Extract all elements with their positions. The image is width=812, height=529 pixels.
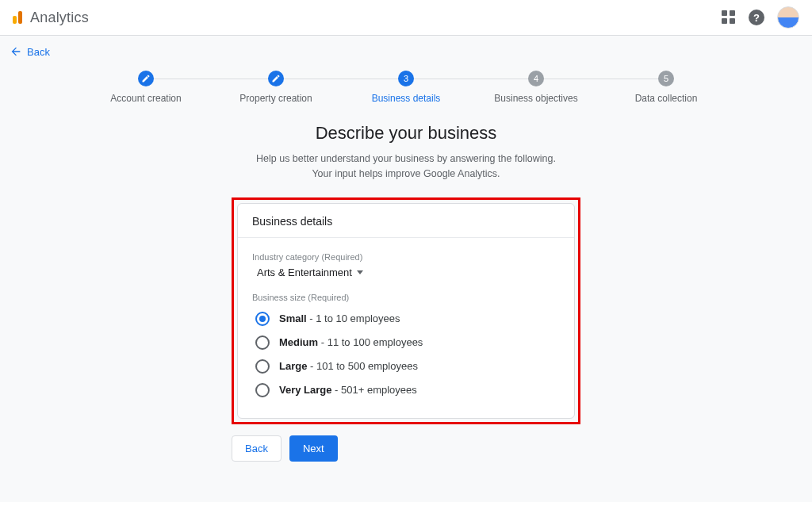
size-option-small[interactable]: Small - 1 to 10 employees: [252, 307, 560, 331]
business-size-label: Business size (Required): [252, 293, 560, 302]
page-subtitle-2: Your input helps improve Google Analytic…: [232, 167, 580, 182]
app-name: Analytics: [30, 10, 89, 26]
step-circle: 3: [398, 71, 414, 86]
back-button[interactable]: Back: [232, 435, 282, 462]
step-account-creation[interactable]: Account creation: [81, 71, 211, 104]
pencil-icon: [271, 74, 281, 83]
step-label: Property creation: [239, 93, 312, 104]
size-option-text: Large - 101 to 500 employees: [279, 360, 418, 372]
business-details-card: Business details Industry category (Requ…: [237, 203, 575, 419]
step-data-collection[interactable]: 5 Data collection: [601, 71, 731, 104]
app-header: Analytics ?: [0, 0, 812, 36]
page-subtitle-1: Help us better understand your business …: [232, 151, 580, 167]
analytics-logo-icon: [13, 11, 22, 24]
arrow-left-icon: [10, 45, 22, 58]
header-left: Analytics: [13, 10, 89, 26]
wizard-actions: Back Next: [232, 435, 580, 462]
size-option-text: Medium - 11 to 100 employees: [279, 336, 423, 348]
step-property-creation[interactable]: Property creation: [211, 71, 341, 104]
size-option-large[interactable]: Large - 101 to 500 employees: [252, 355, 560, 378]
step-circle: 4: [528, 71, 544, 86]
back-link-label: Back: [27, 46, 50, 58]
radio-icon: [255, 383, 270, 397]
step-circle: [138, 71, 154, 86]
content-area: Back Account creation Property creation …: [0, 36, 812, 502]
radio-icon: [255, 335, 270, 350]
progress-stepper: Account creation Property creation 3 Bus…: [81, 71, 731, 104]
user-avatar[interactable]: [777, 6, 799, 29]
card-body: Industry category (Required) Arts & Ente…: [238, 238, 574, 418]
next-button[interactable]: Next: [289, 435, 338, 462]
step-label: Business objectives: [494, 93, 577, 104]
radio-icon: [255, 359, 270, 374]
pencil-icon: [141, 74, 151, 83]
step-circle: 5: [658, 71, 674, 86]
step-circle: [268, 71, 284, 86]
highlight-box: Business details Industry category (Requ…: [232, 197, 580, 424]
apps-grid-icon[interactable]: [722, 10, 736, 25]
step-label: Business details: [372, 93, 441, 104]
size-option-text: Very Large - 501+ employees: [279, 384, 417, 396]
industry-select[interactable]: Arts & Entertainment: [252, 266, 560, 278]
back-link[interactable]: Back: [0, 39, 812, 64]
step-label: Data collection: [635, 93, 698, 104]
radio-icon: [255, 312, 270, 326]
size-option-medium[interactable]: Medium - 11 to 100 employees: [252, 331, 560, 355]
step-label: Account creation: [110, 93, 181, 104]
size-option-text: Small - 1 to 10 employees: [279, 312, 400, 324]
help-icon[interactable]: ?: [749, 10, 764, 25]
chevron-down-icon: [357, 270, 363, 274]
step-business-objectives[interactable]: 4 Business objectives: [471, 71, 601, 104]
industry-label: Industry category (Required): [252, 252, 560, 262]
step-business-details[interactable]: 3 Business details: [341, 71, 471, 104]
page-title: Describe your business: [232, 123, 580, 144]
card-title: Business details: [238, 204, 574, 238]
header-right: ?: [722, 6, 799, 29]
industry-value: Arts & Entertainment: [257, 266, 352, 278]
size-option-very-large[interactable]: Very Large - 501+ employees: [252, 378, 560, 402]
main: Describe your business Help us better un…: [232, 123, 580, 424]
